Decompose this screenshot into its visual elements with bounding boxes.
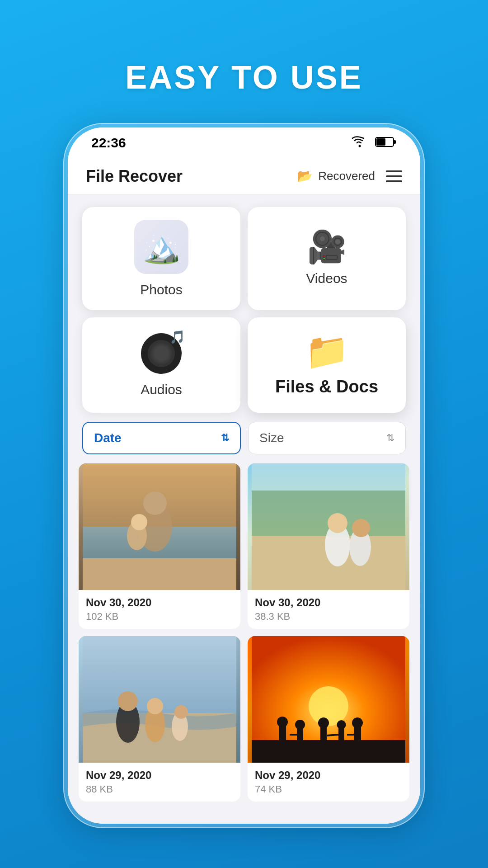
category-card-filesdocs[interactable]: 📁 Files & Docs xyxy=(248,317,406,413)
photo-date-2: Nov 29, 2020 xyxy=(86,769,233,782)
svg-point-36 xyxy=(337,720,346,729)
svg-point-17 xyxy=(352,519,370,537)
filesdocs-icon: 📁 xyxy=(305,334,349,369)
videos-label: Videos xyxy=(306,271,347,286)
photo-size-0: 102 KB xyxy=(86,611,233,623)
svg-point-25 xyxy=(174,705,188,719)
svg-point-38 xyxy=(352,717,363,728)
svg-rect-3 xyxy=(394,140,396,144)
app-title: File Recover xyxy=(86,167,183,186)
headline: EASY TO USE xyxy=(125,59,363,96)
photo-grid: Nov 30, 2020 102 KB xyxy=(68,460,420,805)
sort-size-label: Size xyxy=(259,431,284,445)
photo-cell-3[interactable]: Nov 29, 2020 74 KB xyxy=(248,636,409,802)
status-bar: 22:36 xyxy=(68,127,420,158)
audio-note-icon: 🎵 xyxy=(169,330,185,344)
status-time: 22:36 xyxy=(91,135,126,151)
svg-point-0 xyxy=(359,145,361,147)
photo-size-3: 74 KB xyxy=(255,783,402,795)
photo-thumb-0 xyxy=(79,463,240,590)
photo-cell-1[interactable]: Nov 30, 2020 38.3 KB xyxy=(248,463,409,629)
photo-thumb-3 xyxy=(248,636,409,763)
photo-cell-0[interactable]: Nov 30, 2020 102 KB xyxy=(79,463,240,629)
category-grid: 🏔️ Photos 🎥 Videos 🎵 xyxy=(68,194,420,416)
photo-date-1: Nov 30, 2020 xyxy=(255,596,402,609)
app-header: File Recover 📂 Recovered xyxy=(68,158,420,194)
svg-rect-6 xyxy=(83,558,236,590)
svg-rect-29 xyxy=(279,725,286,747)
photo-cell-2[interactable]: Nov 29, 2020 88 KB xyxy=(79,636,240,802)
videos-icon: 🎥 xyxy=(307,231,347,263)
app-content: 🏔️ Photos 🎥 Videos 🎵 xyxy=(68,194,420,824)
photo-thumb-2 xyxy=(79,636,240,763)
photo-thumb-1 xyxy=(248,463,409,590)
photos-icon: 🏔️ xyxy=(142,231,181,262)
svg-point-32 xyxy=(295,720,305,730)
photo-date-0: Nov 30, 2020 xyxy=(86,596,233,609)
wifi-icon xyxy=(352,136,368,150)
svg-point-15 xyxy=(328,513,347,533)
hamburger-menu-button[interactable] xyxy=(386,170,402,182)
recovered-button[interactable]: 📂 Recovered xyxy=(297,169,375,184)
svg-point-27 xyxy=(309,686,348,726)
sort-date-label: Date xyxy=(94,431,122,445)
category-card-videos[interactable]: 🎥 Videos xyxy=(248,207,406,310)
svg-point-10 xyxy=(131,514,147,530)
recovered-folder-icon: 📂 xyxy=(297,169,313,184)
svg-point-23 xyxy=(147,698,163,714)
audios-label: Audios xyxy=(141,382,182,397)
category-card-photos[interactable]: 🏔️ Photos xyxy=(82,207,240,310)
filesdocs-label: Files & Docs xyxy=(275,377,378,396)
battery-icon xyxy=(375,136,397,150)
svg-rect-31 xyxy=(297,727,303,747)
photo-size-2: 88 KB xyxy=(86,783,233,795)
svg-point-8 xyxy=(143,491,167,515)
sort-date-select[interactable]: Date ⇅ xyxy=(82,422,241,454)
photo-date-3: Nov 29, 2020 xyxy=(255,769,402,782)
photos-label: Photos xyxy=(140,282,182,297)
svg-rect-33 xyxy=(320,726,327,747)
sort-size-select[interactable]: Size ⇅ xyxy=(248,422,406,454)
recovered-label: Recovered xyxy=(318,169,375,183)
category-card-audios[interactable]: 🎵 Audios xyxy=(82,317,240,413)
sort-size-arrow-icon: ⇅ xyxy=(386,432,394,444)
svg-rect-37 xyxy=(354,726,361,747)
sort-row: Date ⇅ Size ⇅ xyxy=(68,416,420,460)
phone-shell: 22:36 xyxy=(63,123,425,828)
svg-line-40 xyxy=(327,735,338,736)
photo-size-1: 38.3 KB xyxy=(255,611,402,623)
svg-point-30 xyxy=(277,717,288,727)
svg-rect-28 xyxy=(252,740,405,763)
svg-point-21 xyxy=(118,691,138,711)
sort-date-arrow-icon: ⇅ xyxy=(221,432,229,444)
svg-point-34 xyxy=(318,717,329,728)
svg-rect-35 xyxy=(338,727,344,747)
svg-rect-13 xyxy=(252,491,405,536)
svg-rect-2 xyxy=(376,138,385,146)
